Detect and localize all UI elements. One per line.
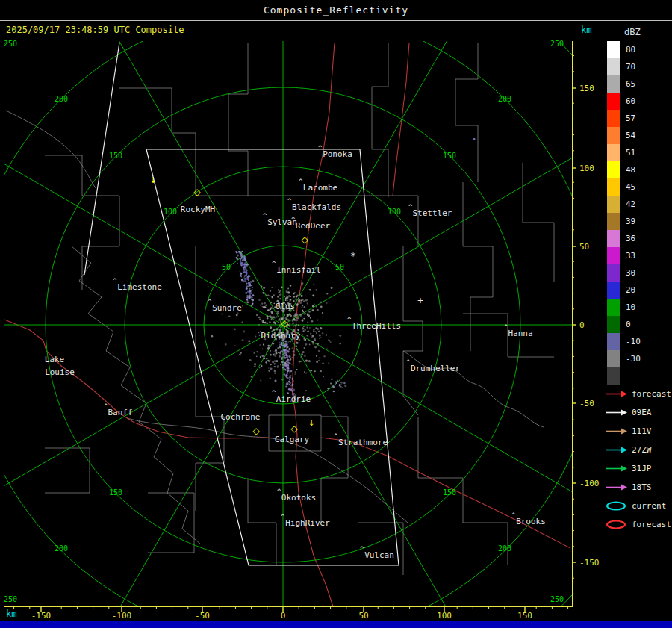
echo-pixel [244, 276, 246, 278]
echo-pixel [296, 314, 298, 316]
echo-pixel [241, 279, 243, 282]
legend-panel: dBZ 807065605754514845423936333020100-10… [603, 22, 672, 534]
echo-pixel [287, 370, 289, 372]
echo-pixel [286, 386, 287, 388]
echo-pixel [262, 292, 264, 294]
echo-pixel [266, 358, 268, 360]
echo-pixel [286, 342, 287, 343]
right-axis-tick-label: 50 [579, 242, 589, 252]
echo-pixel [305, 299, 308, 301]
echo-pixel [309, 344, 311, 346]
echo-pixel [267, 347, 270, 349]
echo-pixel [326, 302, 328, 304]
echo-pixel [319, 357, 320, 358]
echo-pixel [304, 306, 305, 308]
echo-pixel [308, 317, 309, 318]
echo-pixel [291, 364, 293, 365]
dbz-color-swatch [607, 282, 620, 299]
echo-pixel [331, 379, 333, 381]
echo-pixel [287, 377, 288, 379]
echo-pixel [283, 369, 284, 370]
echo-pixel [288, 388, 290, 390]
dbz-scale-entry: 57 [603, 110, 672, 127]
dbz-scale-entry: 48 [603, 161, 672, 178]
right-axis-unit-label: km [581, 25, 591, 35]
dbz-color-swatch [607, 299, 620, 316]
echo-pixel [306, 335, 308, 337]
city-label: Didsbury [261, 331, 301, 341]
echo-pixel [251, 298, 253, 300]
window-title: Composite_Reflectivity [264, 4, 408, 16]
legend-marker-row: forecast [603, 515, 672, 534]
city-label: RedDeer [296, 221, 331, 231]
echo-pixel [274, 370, 276, 372]
echo-pixel [317, 320, 318, 321]
dbz-scale-entry: 36 [603, 230, 672, 247]
azimuth-spoke [283, 116, 603, 325]
echo-pixel [314, 304, 315, 305]
echo-pixel [283, 350, 284, 352]
echo-pixel [240, 270, 241, 272]
echo-pixel [273, 316, 275, 318]
echo-pixel [307, 325, 308, 326]
dbz-color-scale: 807065605754514845423936333020100-10-30 [603, 41, 672, 385]
city-marker-caret: ^ [281, 513, 285, 520]
legend-marker-row: 27ZW [603, 441, 672, 459]
echo-pixel [296, 342, 297, 343]
echo-pixel [287, 291, 290, 293]
echo-pixel [303, 326, 305, 327]
dbz-color-swatch [607, 144, 620, 161]
range-ring-label: 250 [4, 40, 17, 48]
dbz-scale-entry: 65 [603, 75, 672, 93]
echo-pixel [310, 370, 312, 372]
echo-pixel [304, 313, 305, 314]
echo-pixel [264, 358, 266, 360]
echo-pixel [343, 382, 346, 385]
echo-pixel [299, 314, 302, 316]
boundary-line [248, 478, 276, 565]
echo-pixel [290, 382, 292, 384]
legend-marker-label: 31JP [632, 464, 652, 473]
dbz-color-swatch [607, 58, 620, 75]
dbz-value-label: 80 [626, 45, 635, 55]
echo-pixel [305, 344, 307, 346]
echo-pixel [266, 323, 268, 325]
echo-pixel [293, 350, 295, 352]
city-label: Cochrane [221, 412, 261, 422]
city-label: Ponoka [323, 149, 352, 159]
echo-pixel [252, 287, 253, 288]
city-marker-caret: ^ [511, 512, 516, 519]
echo-pixel [267, 294, 269, 296]
echo-pixel [313, 329, 314, 331]
echo-pixel [308, 311, 310, 313]
echo-pixel [289, 379, 290, 380]
legend-marker-row: current [603, 497, 672, 515]
echo-pixel [243, 276, 243, 277]
dbz-color-swatch [607, 316, 620, 333]
echo-pixel [261, 320, 263, 322]
echo-pixel [290, 285, 291, 286]
echo-pixel [333, 391, 335, 392]
echo-pixel [310, 311, 311, 312]
echo-pixel [316, 361, 318, 363]
echo-pixel [277, 296, 279, 297]
dbz-value-label: 60 [626, 96, 635, 106]
echo-pixel [240, 254, 242, 255]
echo-pixel [312, 305, 314, 308]
echo-pixel [308, 314, 310, 317]
radar-window: 5010015020025050100150200250150200250150… [0, 0, 672, 628]
echo-pixel [241, 322, 243, 323]
bottom-status-bar [0, 621, 672, 628]
echo-pixel [320, 305, 321, 306]
echo-pixel [328, 339, 329, 341]
dbz-scale-entry: 45 [603, 178, 672, 196]
echo-pixel [269, 377, 271, 379]
echo-pixel [242, 339, 244, 341]
echo-pixel [305, 373, 307, 374]
echo-pixel [252, 289, 253, 290]
echo-pixel [255, 336, 257, 338]
radar-map[interactable]: 5010015020025050100150200250150200250150… [0, 0, 603, 628]
azimuth-spoke [74, 325, 283, 628]
echo-pixel [307, 302, 308, 304]
legend-marker-label: 18TS [632, 482, 652, 492]
